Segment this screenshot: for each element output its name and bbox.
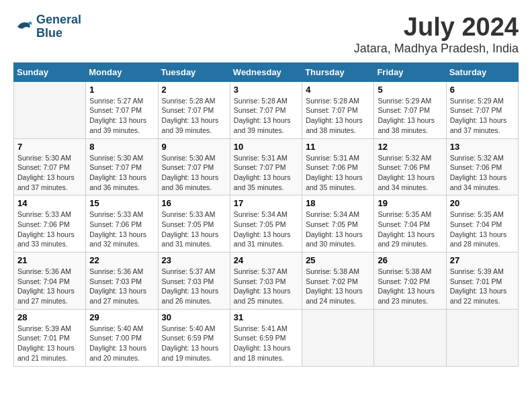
day-info: Sunrise: 5:33 AMSunset: 7:06 PMDaylight:…	[89, 210, 154, 249]
weekday-header-saturday: Saturday	[446, 62, 518, 81]
day-number: 15	[89, 198, 154, 208]
calendar-cell: 21 Sunrise: 5:36 AMSunset: 7:04 PMDaylig…	[14, 253, 86, 310]
day-number: 16	[162, 198, 226, 208]
day-info: Sunrise: 5:28 AMSunset: 7:07 PMDaylight:…	[306, 96, 370, 136]
calendar-cell: 3 Sunrise: 5:28 AMSunset: 7:07 PMDayligh…	[230, 81, 302, 138]
day-number: 14	[17, 198, 82, 208]
day-info: Sunrise: 5:33 AMSunset: 7:06 PMDaylight:…	[17, 210, 82, 249]
day-info: Sunrise: 5:30 AMSunset: 7:07 PMDaylight:…	[89, 153, 154, 193]
calendar-cell: 2 Sunrise: 5:28 AMSunset: 7:07 PMDayligh…	[158, 81, 230, 138]
day-number: 23	[162, 255, 226, 265]
calendar-cell	[446, 309, 518, 366]
day-info: Sunrise: 5:29 AMSunset: 7:07 PMDaylight:…	[378, 96, 442, 136]
day-info: Sunrise: 5:38 AMSunset: 7:02 PMDaylight:…	[378, 267, 442, 306]
day-number: 17	[234, 198, 298, 208]
day-number: 30	[162, 312, 226, 322]
day-number: 10	[234, 142, 298, 152]
day-number: 5	[378, 85, 442, 95]
calendar-cell: 7 Sunrise: 5:30 AMSunset: 7:07 PMDayligh…	[14, 138, 86, 195]
day-info: Sunrise: 5:31 AMSunset: 7:06 PMDaylight:…	[306, 153, 370, 193]
day-info: Sunrise: 5:38 AMSunset: 7:02 PMDaylight:…	[306, 267, 370, 306]
day-number: 4	[306, 85, 370, 95]
day-info: Sunrise: 5:28 AMSunset: 7:07 PMDaylight:…	[234, 96, 298, 136]
calendar-cell: 11 Sunrise: 5:31 AMSunset: 7:06 PMDaylig…	[302, 138, 374, 195]
day-info: Sunrise: 5:39 AMSunset: 7:01 PMDaylight:…	[450, 267, 515, 306]
calendar-cell: 14 Sunrise: 5:33 AMSunset: 7:06 PMDaylig…	[14, 195, 86, 253]
day-info: Sunrise: 5:30 AMSunset: 7:07 PMDaylight:…	[162, 153, 226, 193]
page-header: General Blue July 2024 Jatara, Madhya Pr…	[13, 13, 519, 56]
day-number: 29	[89, 312, 154, 322]
calendar-cell: 10 Sunrise: 5:31 AMSunset: 7:07 PMDaylig…	[230, 138, 302, 195]
day-number: 3	[234, 85, 298, 95]
day-info: Sunrise: 5:36 AMSunset: 7:04 PMDaylight:…	[17, 267, 82, 306]
calendar-cell: 9 Sunrise: 5:30 AMSunset: 7:07 PMDayligh…	[158, 138, 230, 195]
day-number: 13	[450, 142, 515, 152]
calendar-table: SundayMondayTuesdayWednesdayThursdayFrid…	[13, 62, 519, 367]
day-info: Sunrise: 5:29 AMSunset: 7:07 PMDaylight:…	[450, 96, 515, 136]
calendar-cell: 26 Sunrise: 5:38 AMSunset: 7:02 PMDaylig…	[374, 253, 446, 310]
calendar-cell	[374, 309, 446, 366]
calendar-cell: 27 Sunrise: 5:39 AMSunset: 7:01 PMDaylig…	[446, 253, 518, 310]
logo-line1: General	[36, 13, 81, 26]
day-info: Sunrise: 5:33 AMSunset: 7:05 PMDaylight:…	[162, 210, 226, 249]
day-number: 6	[450, 85, 515, 95]
day-number: 20	[450, 198, 515, 208]
day-number: 7	[17, 142, 82, 152]
calendar-cell: 1 Sunrise: 5:27 AMSunset: 7:07 PMDayligh…	[86, 81, 158, 138]
day-info: Sunrise: 5:34 AMSunset: 7:05 PMDaylight:…	[306, 210, 370, 249]
week-row-1: 1 Sunrise: 5:27 AMSunset: 7:07 PMDayligh…	[14, 81, 519, 138]
day-info: Sunrise: 5:39 AMSunset: 7:01 PMDaylight:…	[17, 324, 82, 363]
day-number: 1	[89, 85, 154, 95]
calendar-cell: 23 Sunrise: 5:37 AMSunset: 7:03 PMDaylig…	[158, 253, 230, 310]
calendar-cell: 13 Sunrise: 5:32 AMSunset: 7:06 PMDaylig…	[446, 138, 518, 195]
day-number: 19	[378, 198, 442, 208]
day-number: 21	[17, 255, 82, 265]
calendar-cell	[302, 309, 374, 366]
calendar-cell: 25 Sunrise: 5:38 AMSunset: 7:02 PMDaylig…	[302, 253, 374, 310]
week-row-5: 28 Sunrise: 5:39 AMSunset: 7:01 PMDaylig…	[14, 309, 519, 366]
calendar-cell: 15 Sunrise: 5:33 AMSunset: 7:06 PMDaylig…	[86, 195, 158, 253]
day-info: Sunrise: 5:41 AMSunset: 6:59 PMDaylight:…	[234, 324, 298, 363]
calendar-cell: 20 Sunrise: 5:35 AMSunset: 7:04 PMDaylig…	[446, 195, 518, 253]
day-info: Sunrise: 5:37 AMSunset: 7:03 PMDaylight:…	[162, 267, 226, 306]
calendar-cell: 31 Sunrise: 5:41 AMSunset: 6:59 PMDaylig…	[230, 309, 302, 366]
calendar-cell: 29 Sunrise: 5:40 AMSunset: 7:00 PMDaylig…	[86, 309, 158, 366]
day-number: 26	[378, 255, 442, 265]
calendar-cell: 17 Sunrise: 5:34 AMSunset: 7:05 PMDaylig…	[230, 195, 302, 253]
week-row-2: 7 Sunrise: 5:30 AMSunset: 7:07 PMDayligh…	[14, 138, 519, 195]
calendar-cell: 19 Sunrise: 5:35 AMSunset: 7:04 PMDaylig…	[374, 195, 446, 253]
day-number: 24	[234, 255, 298, 265]
day-number: 9	[162, 142, 226, 152]
calendar-cell: 12 Sunrise: 5:32 AMSunset: 7:06 PMDaylig…	[374, 138, 446, 195]
day-number: 28	[17, 312, 82, 322]
day-number: 27	[450, 255, 515, 265]
location-title: Jatara, Madhya Pradesh, India	[354, 42, 519, 56]
day-info: Sunrise: 5:30 AMSunset: 7:07 PMDaylight:…	[17, 153, 82, 193]
calendar-cell: 30 Sunrise: 5:40 AMSunset: 6:59 PMDaylig…	[158, 309, 230, 366]
calendar-cell: 8 Sunrise: 5:30 AMSunset: 7:07 PMDayligh…	[86, 138, 158, 195]
day-number: 18	[306, 198, 370, 208]
month-title: July 2024	[354, 13, 519, 42]
day-number: 31	[234, 312, 298, 322]
day-number: 11	[306, 142, 370, 152]
day-info: Sunrise: 5:37 AMSunset: 7:03 PMDaylight:…	[234, 267, 298, 306]
day-info: Sunrise: 5:40 AMSunset: 7:00 PMDaylight:…	[89, 324, 154, 363]
day-info: Sunrise: 5:35 AMSunset: 7:04 PMDaylight:…	[378, 210, 442, 249]
day-info: Sunrise: 5:27 AMSunset: 7:07 PMDaylight:…	[89, 96, 154, 136]
day-info: Sunrise: 5:35 AMSunset: 7:04 PMDaylight:…	[450, 210, 515, 249]
weekday-header-row: SundayMondayTuesdayWednesdayThursdayFrid…	[14, 62, 519, 81]
day-info: Sunrise: 5:28 AMSunset: 7:07 PMDaylight:…	[162, 96, 226, 136]
day-info: Sunrise: 5:34 AMSunset: 7:05 PMDaylight:…	[234, 210, 298, 249]
calendar-cell: 4 Sunrise: 5:28 AMSunset: 7:07 PMDayligh…	[302, 81, 374, 138]
week-row-3: 14 Sunrise: 5:33 AMSunset: 7:06 PMDaylig…	[14, 195, 519, 253]
weekday-header-tuesday: Tuesday	[158, 62, 230, 81]
weekday-header-thursday: Thursday	[302, 62, 374, 81]
day-number: 22	[89, 255, 154, 265]
weekday-header-friday: Friday	[374, 62, 446, 81]
weekday-header-wednesday: Wednesday	[230, 62, 302, 81]
calendar-cell: 5 Sunrise: 5:29 AMSunset: 7:07 PMDayligh…	[374, 81, 446, 138]
day-info: Sunrise: 5:36 AMSunset: 7:03 PMDaylight:…	[89, 267, 154, 306]
calendar-cell	[14, 81, 86, 138]
day-info: Sunrise: 5:32 AMSunset: 7:06 PMDaylight:…	[450, 153, 515, 193]
calendar-cell: 28 Sunrise: 5:39 AMSunset: 7:01 PMDaylig…	[14, 309, 86, 366]
